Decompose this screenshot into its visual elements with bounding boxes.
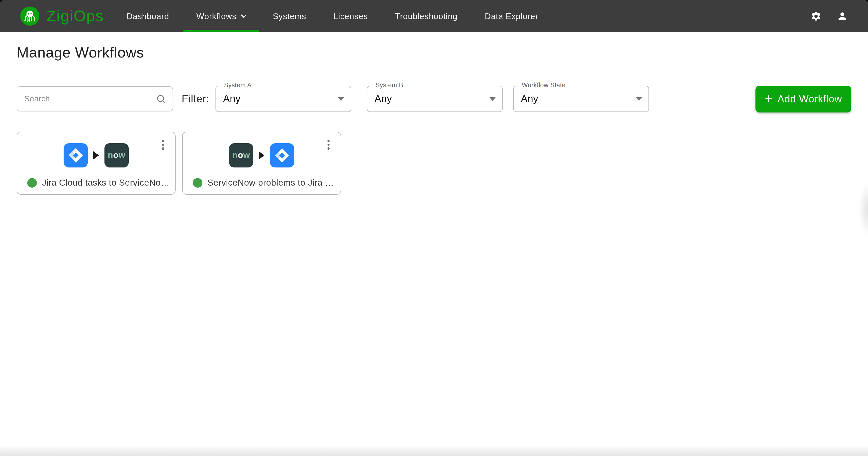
flow-arrow-icon: [259, 151, 265, 159]
navbar-actions: [810, 10, 848, 22]
flow-arrow-icon: [93, 151, 99, 159]
dropdown-caret-icon: [490, 97, 496, 101]
status-dot-active: [27, 178, 37, 187]
filter-select-system-b-label: System B: [373, 82, 406, 89]
card-footer: Jira Cloud tasks to ServiceNo…: [27, 176, 168, 189]
filter-select-system-a[interactable]: System A Any: [216, 86, 351, 112]
user-account-icon[interactable]: [837, 10, 848, 22]
filter-select-system-a-value: Any: [223, 93, 241, 105]
now-letter: n: [108, 150, 113, 160]
nav-label-data-explorer: Data Explorer: [485, 11, 538, 21]
search-box: [17, 86, 173, 111]
page-title: Manage Workflows: [17, 44, 144, 61]
brand-name: ZigiOps: [46, 7, 104, 25]
workflow-title: ServiceNow problems to Jira …: [208, 177, 334, 188]
settings-gear-icon[interactable]: [810, 10, 822, 22]
nav-label-workflows: Workflows: [196, 11, 237, 21]
card-footer: ServiceNow problems to Jira …: [193, 176, 334, 189]
nav-label-dashboard: Dashboard: [127, 11, 169, 21]
nav-item-dashboard[interactable]: Dashboard: [113, 0, 183, 32]
filter-select-system-b-value: Any: [374, 93, 392, 105]
nav-label-troubleshooting: Troubleshooting: [395, 11, 458, 21]
workflow-card-jira-to-servicenow[interactable]: now Jira Cloud tasks to ServiceNo…: [17, 132, 176, 195]
nav-item-systems[interactable]: Systems: [259, 0, 320, 32]
filter-select-workflow-state[interactable]: Workflow State Any: [513, 86, 649, 112]
dropdown-caret-icon: [636, 97, 642, 101]
workflow-card-servicenow-to-jira[interactable]: now ServiceNow problems to Jira …: [182, 132, 341, 195]
now-letter: o: [113, 150, 118, 160]
now-letter: w: [243, 150, 250, 160]
filter-select-system-b[interactable]: System B Any: [367, 86, 503, 112]
workflow-title: Jira Cloud tasks to ServiceNo…: [42, 177, 168, 188]
bottom-window-shadow: [0, 445, 868, 456]
filter-label: Filter:: [182, 85, 209, 112]
brand-logo[interactable]: ZigiOps: [20, 6, 104, 26]
servicenow-icon: now: [229, 143, 253, 167]
now-letter: o: [238, 150, 243, 160]
nav-item-troubleshooting[interactable]: Troubleshooting: [381, 0, 471, 32]
nav-item-licenses[interactable]: Licenses: [320, 0, 381, 32]
plus-icon: +: [765, 91, 773, 106]
workflow-card-list: now Jira Cloud tasks to ServiceNo… now: [17, 132, 341, 195]
top-navbar: ZigiOps Dashboard Workflows Systems Lice…: [0, 0, 868, 32]
status-dot-active: [193, 178, 203, 187]
nav-item-workflows[interactable]: Workflows: [183, 0, 259, 32]
nav-label-systems: Systems: [273, 11, 306, 21]
jira-icon: [64, 143, 88, 167]
jira-icon: [270, 143, 294, 167]
servicenow-icon: now: [104, 143, 129, 167]
toolbar: Filter: System A Any System B Any Workfl…: [17, 85, 851, 112]
right-edge-widget-bump: [857, 171, 868, 247]
app-window: ZigiOps Dashboard Workflows Systems Lice…: [0, 0, 868, 456]
add-workflow-button[interactable]: + Add Workflow: [755, 86, 851, 112]
filter-select-system-a-label: System A: [221, 82, 254, 89]
octopus-logo-icon: [20, 6, 39, 26]
nav-item-data-explorer[interactable]: Data Explorer: [471, 0, 552, 32]
filter-select-workflow-state-value: Any: [521, 93, 538, 105]
integration-icons: now: [17, 143, 175, 167]
chevron-down-icon: [241, 12, 247, 18]
nav-label-licenses: Licenses: [333, 11, 368, 21]
add-workflow-button-label: Add Workflow: [777, 93, 842, 105]
dropdown-caret-icon: [338, 97, 344, 101]
integration-icons: now: [183, 143, 341, 167]
search-icon: [156, 94, 166, 104]
now-letter: w: [119, 150, 125, 160]
search-input[interactable]: [24, 94, 156, 103]
filter-select-workflow-state-label: Workflow State: [519, 82, 568, 89]
main-nav: Dashboard Workflows Systems Licenses Tro…: [113, 0, 552, 32]
now-letter: n: [232, 150, 238, 160]
